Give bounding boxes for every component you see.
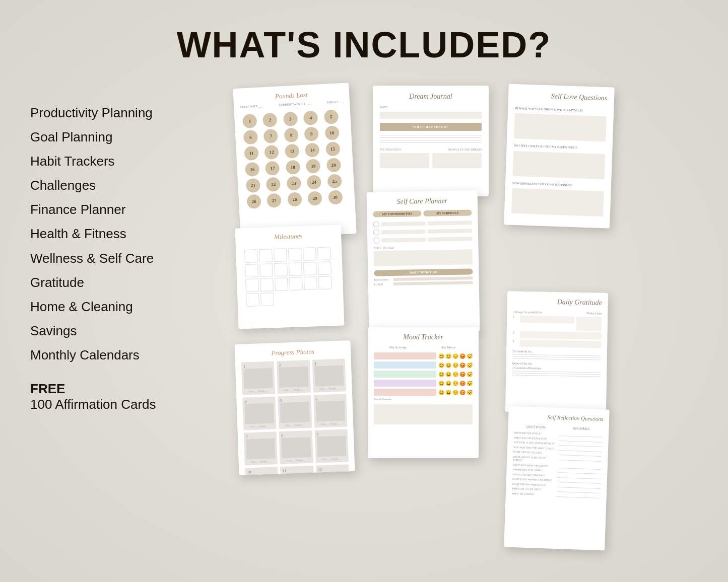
page-title: WHAT'S INCLUDED?: [0, 0, 728, 65]
pounds-circle: 12: [264, 145, 279, 160]
pounds-circle: 27: [267, 193, 282, 208]
feature-list: Productivity Planning Goal Planning Habi…: [30, 101, 202, 367]
mood-note-box: [374, 404, 473, 424]
photo-slot: 10 Date___ Weight___: [245, 467, 279, 475]
selfcare-linebox: [428, 221, 472, 226]
gratitude-header: 3 things I'm grateful for Today's date: [513, 310, 602, 315]
left-panel: Productivity Planning Goal Planning Habi…: [0, 81, 232, 582]
reflection-col-headers: QUESTIONS ANSWERS: [514, 424, 603, 431]
selflove-q1: IN WHAT WAYS DO I SHOW LOVE FOR MYSELF?: [515, 106, 607, 114]
dream-lines: [380, 135, 482, 143]
pounds-circle: 13: [285, 144, 299, 159]
selflove-box2: [513, 151, 606, 179]
photo-slot: 8 Date___ Weight___: [279, 430, 313, 464]
selfcare-circle: [373, 222, 379, 228]
photo-slot: 2 Date___ Weight___: [277, 360, 311, 394]
milestones-card: Milestones: [235, 225, 345, 329]
reflection-title: Self Reflection Questions: [514, 412, 603, 422]
pounds-grid: 1 2 3 4 5 6 7 8 9 10 11 12 13 14 15 16 1…: [240, 107, 349, 211]
free-label: FREE: [30, 381, 202, 397]
list-item: Home & Cleaning: [30, 295, 202, 319]
selfcare-linebox: [381, 222, 426, 227]
progress-photos-card: Progress Photos 1 Date___ Weight___ 2 Da…: [235, 340, 355, 475]
milestones-shapes: [242, 244, 338, 309]
photo-slot: 12 Date___ Weight___: [316, 464, 350, 475]
mood-col-headers: My Activity My Mood: [374, 345, 473, 349]
pounds-circle: 7: [263, 129, 278, 143]
selflove-box3: [511, 188, 604, 216]
pounds-circle: 10: [324, 125, 339, 140]
selfcare-circle: [373, 230, 379, 236]
selfcare-nutrition-bar: DAILY NUTRITION: [374, 268, 473, 276]
mood-row: 😊 😐 😔 😡 😴: [374, 361, 473, 369]
list-item: Finance Planner: [30, 197, 202, 222]
pounds-circle: 9: [304, 126, 319, 141]
list-item: Monthly Calendars: [30, 343, 202, 367]
dream-what-happened: WHAT HAPPENED?: [380, 123, 482, 131]
pounds-circle: 3: [283, 112, 298, 126]
mood-mood-header: My Mood: [424, 345, 473, 349]
list-item: Productivity Planning: [30, 101, 202, 125]
gratitude-lines: [512, 354, 601, 360]
mood-row: 😊 😐 😔 😡 😴: [374, 352, 473, 359]
pounds-circle: 26: [246, 194, 261, 209]
dream-bottom: MY EMOTIONS PEOPLE IN THE DREAM: [380, 148, 482, 151]
pounds-circle: 6: [243, 130, 258, 144]
affirmation-text: 100 Affirmation Cards: [30, 397, 202, 412]
list-item: Wellness & Self Care: [30, 246, 202, 270]
list-item: Habit Trackers: [30, 149, 202, 173]
pounds-circle: 14: [305, 142, 319, 157]
dream-journal-title: Dream Journal: [380, 93, 482, 101]
selfcare-row: [373, 228, 472, 235]
pounds-circle: 4: [303, 111, 318, 125]
gratitude-title: Daily Gratitude: [513, 297, 602, 307]
photo-slot: 9 Date___ Weight___: [314, 429, 349, 463]
mood-row: 😊 😐 😔 😡 😴: [374, 389, 473, 396]
mood-note-label: Note & Reminder: [374, 398, 473, 400]
gratitude-lines-bottom: [512, 371, 601, 377]
list-item: Challenges: [30, 173, 202, 197]
pounds-circle: 18: [286, 160, 300, 174]
daily-gratitude-card: Daily Gratitude 3 things I'm grateful fo…: [505, 291, 608, 413]
mood-tracker-card: Mood Tracker My Activity My Mood 😊 😐 😔 😡…: [368, 327, 479, 458]
photo-slot: 5 Date___ Weight___: [278, 395, 312, 429]
pounds-circle: 22: [266, 177, 281, 192]
pounds-circle: 30: [328, 190, 343, 204]
progress-photos-title: Progress Photos: [241, 346, 345, 358]
pounds-circle: 17: [265, 161, 280, 176]
selflove-q2: DO I FEEL GUILTY IF I PUT MY NEEDS FIRST…: [514, 143, 606, 151]
pounds-circle: 2: [262, 113, 277, 127]
gratitude-row: 1: [513, 315, 602, 331]
selfcare-circle: [373, 238, 379, 244]
pounds-circle: 29: [307, 191, 322, 205]
reflection-questions-header: QUESTIONS: [514, 424, 557, 430]
photo-slot: 6 Date___ Weight___: [313, 394, 348, 427]
pounds-circle: 8: [284, 128, 298, 142]
photo-slot: 4 Date___ Weight___: [242, 396, 277, 430]
pounds-circle: 15: [325, 141, 340, 156]
content-area: Productivity Planning Goal Planning Habi…: [0, 81, 728, 582]
photo-slot: 11 Date___ Weight___: [280, 466, 314, 475]
pounds-circle: 11: [244, 146, 258, 161]
photo-slot: 7 Date___ Weight___: [244, 431, 278, 465]
photo-slot: 1 Date___ Weight___: [241, 361, 276, 395]
mood-tracker-title: Mood Tracker: [374, 333, 473, 341]
list-item: Savings: [30, 319, 202, 343]
selfcare-linebox: [428, 229, 472, 234]
selfcare-priorities-header: MY TOP PRIORITIES: [373, 210, 421, 217]
cards-area: Pounds Lost START DATE ___ CURRENT WEIGH…: [232, 81, 728, 582]
self-love-card: Self Love Questions IN WHAT WAYS DO I SH…: [504, 84, 615, 228]
list-item: Health & Fitness: [30, 222, 202, 246]
self-care-title: Self Care Planner: [373, 196, 472, 206]
pounds-lost-card: Pounds Lost START DATE ___ CURRENT WEIGH…: [233, 83, 356, 240]
pounds-circle: 20: [326, 158, 341, 172]
pounds-circle: 24: [307, 175, 321, 189]
dream-journal-card: Dream Journal DATE WHAT HAPPENED? MY EMO…: [373, 86, 489, 196]
selfcare-linebox: [381, 238, 426, 243]
photo-slot: 3 Date___ Weight___: [312, 358, 346, 392]
self-care-card: Self Care Planner MY TOP PRIORITIES MY S…: [367, 190, 480, 333]
mood-activity-header: My Activity: [374, 345, 422, 349]
pounds-circle: 19: [306, 159, 320, 173]
selfcare-linebox: [381, 230, 426, 235]
selfcare-schedule-header: MY SCHEDULE: [423, 209, 472, 216]
